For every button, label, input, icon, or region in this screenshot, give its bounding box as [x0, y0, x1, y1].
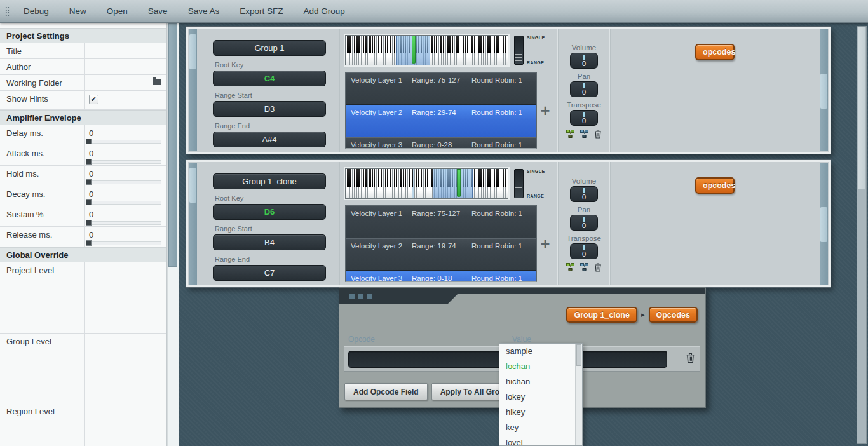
transpose-knob[interactable]: 0	[570, 243, 598, 259]
single-range-toggle[interactable]: SINGLE RANGE	[514, 35, 553, 68]
sustain-slider[interactable]	[89, 220, 164, 226]
menu-save[interactable]: Save	[138, 6, 178, 16]
volume-knob[interactable]: 0	[570, 53, 598, 69]
volume-label: Volume	[559, 44, 609, 51]
group-name-field[interactable]: Group 1_clone	[213, 173, 326, 189]
menu-debug[interactable]: Debug	[13, 6, 59, 16]
group2-fields: Group 1_clone Root Key D6 Range Start B4…	[198, 162, 339, 285]
decay-label: Decay ms.	[0, 186, 85, 206]
keyboard[interactable]	[345, 35, 508, 65]
show-hints-checkbox[interactable]: ✓	[89, 95, 98, 104]
velocity-layer-row[interactable]: Velocity Layer 2 Range: 19-74 Round Robi…	[346, 238, 536, 271]
sidebar-scrollbar-thumb[interactable]	[168, 23, 177, 267]
move-group-icon[interactable]	[580, 263, 588, 271]
group-level-field[interactable]	[85, 334, 166, 403]
group2-right-scrollbar[interactable]	[820, 163, 828, 285]
dropdown-item-key[interactable]: key	[499, 420, 582, 435]
row-title: Title	[0, 43, 166, 59]
dropdown-item-hichan[interactable]: hichan	[499, 374, 582, 389]
delay-label: Delay ms.	[0, 125, 85, 145]
range-end-field[interactable]: A#4	[213, 132, 326, 147]
delay-value[interactable]: 0	[89, 128, 164, 138]
title-field[interactable]	[85, 43, 166, 58]
dropdown-item-lokey[interactable]: lokey	[499, 389, 582, 405]
range-start-field[interactable]: B4	[213, 234, 326, 250]
delete-opcode-icon[interactable]	[686, 353, 695, 363]
project-level-field[interactable]	[85, 262, 166, 333]
window-scrollbar-thumb[interactable]	[858, 27, 865, 189]
group1-left-scrollbar[interactable]	[189, 29, 197, 151]
dropdown-item-sample[interactable]: sample	[499, 344, 582, 359]
opcode-dropdown: sample lochan hichan lokey hikey key lov…	[499, 343, 583, 446]
opcode-panel-tab[interactable]	[339, 288, 464, 304]
attack-slider[interactable]	[89, 159, 164, 165]
keyboard[interactable]	[345, 168, 508, 199]
hold-value[interactable]: 0	[89, 169, 164, 179]
breadcrumb-separator-icon: ▸	[641, 311, 645, 319]
velocity-layer-row[interactable]: Velocity Layer 3 Range: 0-18 Round Robin…	[346, 271, 536, 282]
delete-group-icon[interactable]	[594, 130, 602, 139]
toggle-handle[interactable]	[515, 51, 522, 64]
range-end-field[interactable]: C7	[213, 265, 326, 281]
move-group-icon[interactable]	[580, 130, 588, 138]
region-level-field[interactable]	[85, 403, 166, 446]
velocity-layer-row[interactable]: Velocity Layer 3 Range: 0-28 Round Robin…	[346, 137, 536, 149]
window-scrollbar[interactable]	[857, 26, 867, 444]
breadcrumb-opcodes-button[interactable]: Opcodes	[649, 307, 698, 323]
group2-left-scrollbar[interactable]	[189, 163, 197, 285]
decay-value[interactable]: 0	[89, 189, 164, 199]
toolbar-grip-icon[interactable]	[5, 6, 10, 17]
add-opcode-field-button[interactable]: Add Opcode Field	[344, 383, 428, 400]
opcodes-button[interactable]: opcodes	[695, 44, 735, 60]
folder-icon[interactable]	[153, 79, 161, 85]
group1-left-scrollbar-thumb[interactable]	[189, 34, 196, 69]
group1-right-scrollbar[interactable]	[820, 29, 828, 151]
root-key-field[interactable]: C4	[213, 71, 326, 86]
add-velocity-layer-button[interactable]: +	[541, 104, 550, 117]
dropdown-scrollbar-thumb[interactable]	[576, 344, 581, 366]
duplicate-group-icon[interactable]	[566, 130, 574, 138]
attack-value[interactable]: 0	[89, 149, 164, 158]
add-velocity-layer-button[interactable]: +	[541, 238, 550, 250]
release-value[interactable]: 0	[89, 230, 164, 240]
single-range-toggle[interactable]: SINGLE RANGE	[514, 168, 553, 201]
menu-export-sfz[interactable]: Export SFZ	[229, 6, 293, 16]
sustain-value[interactable]: 0	[89, 210, 164, 219]
delay-slider[interactable]	[89, 139, 164, 145]
working-folder-field[interactable]	[85, 75, 166, 90]
range-start-field[interactable]: D3	[213, 101, 326, 117]
dropdown-item-lovel[interactable]: lovel	[499, 435, 582, 446]
group2-right-scrollbar-thumb[interactable]	[820, 207, 827, 242]
transpose-knob[interactable]: 0	[570, 110, 598, 126]
pan-knob[interactable]: 0	[570, 81, 598, 97]
release-slider[interactable]	[89, 240, 164, 247]
menu-add-group[interactable]: Add Group	[293, 6, 355, 16]
group1-right-scrollbar-thumb[interactable]	[820, 74, 827, 109]
volume-knob[interactable]: 0	[570, 186, 598, 202]
toggle-track[interactable]	[514, 36, 524, 65]
toggle-handle[interactable]	[515, 185, 522, 197]
dropdown-item-lochan[interactable]: lochan	[499, 359, 582, 374]
velocity-layer-row[interactable]: Velocity Layer 1 Range: 75-127 Round Rob…	[346, 206, 536, 238]
delete-group-icon[interactable]	[594, 263, 602, 272]
hold-slider[interactable]	[89, 179, 164, 186]
author-field[interactable]	[85, 59, 166, 74]
toggle-track[interactable]	[514, 169, 524, 198]
root-key-field[interactable]: D6	[213, 204, 326, 220]
menu-new[interactable]: New	[59, 6, 97, 16]
velocity-layer-row[interactable]: Velocity Layer 1 Range: 75-127 Round Rob…	[346, 72, 536, 105]
velocity-layer-row[interactable]: Velocity Layer 2 Range: 29-74 Round Robi…	[346, 105, 536, 137]
group-name-field[interactable]: Group 1	[213, 40, 326, 56]
menu-open[interactable]: Open	[97, 6, 138, 16]
decay-slider[interactable]	[89, 199, 164, 206]
opcodes-button[interactable]: opcodes	[695, 177, 735, 194]
sidebar-scrollbar[interactable]	[167, 23, 179, 446]
menu-save-as[interactable]: Save As	[178, 6, 230, 16]
breadcrumb-group-button[interactable]: Group 1_clone	[566, 307, 637, 323]
dropdown-scrollbar[interactable]	[575, 344, 582, 445]
velocity-layer-range: Range: 0-18	[412, 274, 471, 282]
pan-knob[interactable]: 0	[570, 215, 598, 231]
group2-left-scrollbar-thumb[interactable]	[189, 168, 196, 203]
dropdown-item-hikey[interactable]: hikey	[499, 405, 582, 420]
duplicate-group-icon[interactable]	[566, 263, 574, 271]
